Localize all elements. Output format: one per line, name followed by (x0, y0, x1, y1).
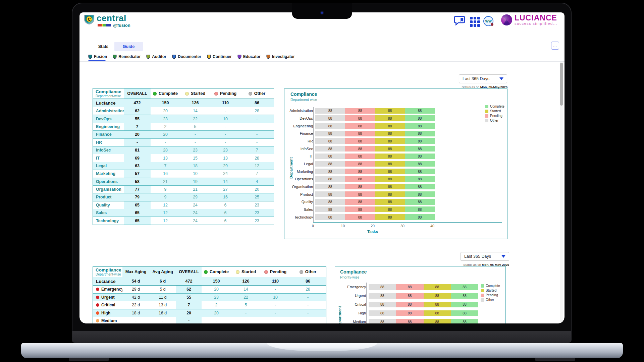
table-cell: 5 (180, 123, 210, 130)
table-cell: 22 d (122, 301, 149, 309)
category-label: InfoSec (287, 147, 315, 151)
chart-bar-row: Critical88888888 (338, 300, 478, 309)
row-label: Administration (96, 109, 124, 113)
module-tab-remediator[interactable]: Remediator (113, 54, 141, 59)
table-cell: - (202, 317, 231, 323)
table-cell: 69 (124, 154, 151, 162)
bar-segment-started: 88 (375, 108, 405, 114)
legend-item: Other (481, 298, 500, 302)
table-cell: - (240, 139, 273, 146)
table-cell: 24 (180, 209, 210, 217)
table-cell: 7 (240, 146, 273, 154)
legend-swatch (481, 289, 484, 292)
module-tab-documenter[interactable]: Documenter (172, 54, 201, 59)
bar-segment-started: 88 (424, 319, 451, 324)
bar-segment-started: 88 (375, 184, 405, 189)
table-cell: 21 (151, 178, 180, 185)
bar-segment-pending: 88 (345, 184, 375, 189)
more-options-button[interactable]: ... (551, 42, 559, 50)
stacked-bar: 88888888 (315, 184, 435, 189)
bar-segment-complete: 88 (451, 302, 478, 307)
stacked-bar: 88888888 (369, 293, 478, 299)
category-label: Organisation (287, 185, 315, 189)
table-cell: 23 (180, 146, 210, 154)
legend-swatch (481, 294, 484, 297)
table-cell: 65 (124, 209, 151, 217)
chart-subtitle: Department-wise (290, 98, 317, 102)
row-label-cell: HR (93, 139, 124, 146)
brand-text: central @fusion (97, 14, 130, 28)
table-cell: 7 (151, 162, 180, 170)
table-row: Engineering725-- (93, 123, 274, 131)
category-label: Critical (338, 302, 369, 306)
module-tab-auditor[interactable]: Auditor (146, 54, 166, 59)
table-cell: 14 (231, 286, 261, 293)
table-cell: 81 (124, 146, 151, 154)
table-cell: 24 (180, 201, 210, 209)
column-header: OVERALL (176, 267, 202, 277)
column-header-label: Started (241, 269, 256, 274)
legend-item: Pending (485, 114, 504, 118)
complete-status-dot (153, 92, 157, 96)
module-tab-fusion[interactable]: Fusion (88, 54, 107, 59)
scrollbar-thumb[interactable] (560, 63, 563, 106)
table-cell: 5 (231, 301, 261, 309)
row-label: Marketing (96, 171, 115, 176)
column-header: Max Aging (122, 267, 149, 277)
chart-bar-row: Administration88888888 (287, 107, 435, 115)
stacked-bar: 88888888 (315, 138, 435, 144)
bar-segment-started: 88 (424, 293, 451, 299)
module-tab-educator[interactable]: Educator (237, 54, 261, 59)
priority-chart-card: Compliance Priority-wise Department Emer… (335, 266, 506, 323)
bar-segment-other: 88 (315, 123, 345, 129)
stacked-bar: 88888888 (315, 191, 435, 197)
bar-segment-complete: 88 (405, 206, 435, 212)
table-cell: 472 (124, 99, 151, 107)
axis-tick-label: 20 (371, 224, 375, 228)
column-header-label: OVERALL (127, 91, 147, 96)
date-range-dropdown-1[interactable]: Last 365 Days (459, 74, 507, 83)
tab-guide[interactable]: Guide (114, 42, 143, 51)
table-cell: 13 (151, 154, 180, 162)
table-cell: 13 d (149, 301, 176, 309)
table-cell: 16 (151, 170, 180, 177)
table-cell: 57 (124, 170, 151, 177)
table-row: Emergency29 d5 d622014-28 (93, 286, 326, 294)
table-cell: 20 (202, 286, 231, 293)
column-header-label: Complete (159, 91, 178, 96)
stacked-bar: 88888888 (315, 131, 435, 136)
module-tab-investigator[interactable]: Investigator (266, 54, 295, 59)
table-title: Compliance (96, 89, 121, 94)
row-label: Operations (96, 179, 118, 184)
ww-badge-text: WW (485, 19, 492, 23)
legend-label: Started (490, 109, 501, 113)
bar-segment-pending: 88 (396, 302, 424, 307)
stacked-bar: 88888888 (315, 161, 435, 167)
column-header: Started (180, 88, 210, 99)
ww-badge-icon[interactable]: WW (483, 16, 493, 26)
bar-segment-complete: 88 (405, 176, 435, 182)
table-cell: 19 (180, 178, 210, 185)
bar-segment-other: 88 (369, 319, 396, 324)
luciance-swirl-icon (501, 14, 512, 25)
table-cell: 18 d (122, 309, 149, 317)
table-cell: 16 d (149, 309, 176, 317)
other-status-dot (249, 92, 252, 96)
table-cell: 2 (202, 301, 231, 309)
tab-stats[interactable]: Stats (93, 42, 114, 51)
bar-segment-started: 88 (375, 131, 405, 136)
apps-grid-icon[interactable] (470, 17, 480, 27)
column-header-label: OVERALL (179, 269, 199, 274)
table-cell: 10 (261, 294, 290, 301)
module-tab-continuer[interactable]: Continuer (207, 54, 232, 59)
column-header: Avg Aging (149, 267, 176, 277)
chat-bookmark-icon[interactable] (454, 15, 465, 25)
shield-icon (113, 55, 117, 59)
table-cell: 42 d (122, 294, 149, 301)
date-range-dropdown-2[interactable]: Last 365 Days (461, 252, 509, 261)
table-cell: - (151, 139, 180, 146)
bar-segment-pending: 88 (396, 319, 424, 324)
stacked-bar: 88888888 (315, 115, 435, 121)
table-row: Administration622014-28 (93, 107, 274, 115)
chart-title: Compliance (340, 269, 367, 275)
